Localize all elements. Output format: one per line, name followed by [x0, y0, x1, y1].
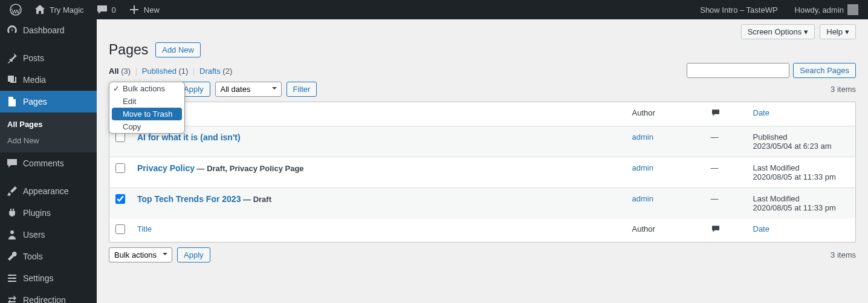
show-intro[interactable]: Show Intro – TasteWP	[695, 5, 782, 15]
dashboard-icon	[6, 24, 18, 36]
my-account[interactable]: Howdy, admin	[790, 4, 863, 15]
menu-tools[interactable]: Tools	[0, 246, 97, 267]
row-title-link[interactable]: AI for what it is (and isn't)	[137, 132, 241, 142]
menu-posts[interactable]: Posts	[0, 47, 97, 69]
row-date: Last Modified2020/08/05 at 11:33 pm	[747, 188, 856, 219]
help-button[interactable]: Help ▾	[820, 24, 856, 39]
col-comments-foot[interactable]	[705, 218, 747, 243]
menu-dashboard[interactable]: Dashboard	[0, 19, 97, 41]
try-magic-label: Try Magic	[50, 5, 84, 15]
wordpress-icon	[10, 4, 22, 16]
menu-settings[interactable]: Settings	[0, 267, 97, 289]
admin-bar: Try Magic 0 New Show Intro – TasteWP How…	[0, 0, 868, 19]
menu-plugins[interactable]: Plugins	[0, 202, 97, 224]
items-count-bottom: 3 items	[831, 250, 856, 259]
row-author-link[interactable]: admin	[632, 132, 653, 142]
row-state: — Draft, Privacy Policy Page	[195, 164, 304, 173]
menu-media[interactable]: Media	[0, 69, 97, 91]
menu-comments[interactable]: Comments	[0, 152, 97, 174]
comments-count: 0	[112, 5, 116, 15]
search-pages-button[interactable]: Search Pages	[793, 63, 856, 78]
row-author-link[interactable]: admin	[632, 194, 653, 203]
table-row: Privacy Policy — Draft, Privacy Policy P…	[109, 157, 856, 188]
brush-icon	[6, 185, 18, 197]
bulk-actions-bottom[interactable]: Bulk actions	[109, 247, 172, 262]
pages-table: Title Author Date AI for what it is (and…	[109, 102, 856, 243]
col-title[interactable]: Title	[131, 102, 626, 126]
bulk-actions-dropdown-open: Bulk actions Edit Move to Trash Copy	[109, 82, 185, 134]
sliders-icon	[6, 272, 18, 284]
filter-published[interactable]: Published	[142, 67, 177, 76]
row-title-link[interactable]: Top Tech Trends For 2023	[137, 194, 241, 204]
svg-point-1	[10, 230, 14, 234]
svg-point-3	[13, 278, 15, 279]
date-filter[interactable]: All dates	[215, 82, 282, 97]
row-date: Last Modified2020/08/05 at 11:33 pm	[747, 157, 856, 188]
comment-icon	[711, 224, 721, 233]
svg-point-2	[10, 275, 11, 276]
screen-options-button[interactable]: Screen Options ▾	[741, 24, 815, 39]
media-icon	[6, 74, 18, 86]
wp-logo[interactable]	[5, 4, 27, 16]
table-row: Top Tech Trends For 2023 — Draft admin —…	[109, 188, 856, 219]
menu-appearance[interactable]: Appearance	[0, 180, 97, 202]
select-all-bottom[interactable]	[115, 224, 125, 234]
col-author: Author	[626, 102, 705, 126]
items-count-top: 3 items	[831, 85, 856, 94]
plus-icon	[128, 4, 140, 16]
page-title: Pages	[109, 42, 148, 58]
col-author-foot: Author	[626, 218, 705, 243]
bulk-option-copy[interactable]: Copy	[109, 120, 184, 133]
site-home[interactable]: Try Magic	[29, 4, 89, 16]
search-input[interactable]	[687, 63, 789, 78]
redirect-icon	[6, 294, 18, 303]
howdy-label: Howdy, admin	[795, 5, 844, 15]
table-row: AI for what it is (and isn't) admin — Pu…	[109, 126, 856, 157]
chevron-down-icon: ▾	[804, 27, 808, 36]
col-title-foot[interactable]: Title	[131, 218, 626, 243]
submenu-add-new[interactable]: Add New	[0, 132, 97, 149]
home-icon	[34, 4, 46, 16]
add-new-button[interactable]: Add New	[155, 42, 201, 57]
svg-point-4	[10, 281, 11, 282]
comment-icon	[96, 4, 108, 16]
row-checkbox[interactable]	[115, 163, 125, 173]
row-title-link[interactable]: Privacy Policy	[137, 163, 195, 173]
new-content[interactable]: New	[123, 4, 164, 16]
row-state: — Draft	[241, 195, 271, 204]
row-comments: —	[705, 157, 747, 188]
submenu-all-pages[interactable]: All Pages	[0, 116, 97, 132]
plug-icon	[6, 207, 18, 219]
filter-drafts[interactable]: Drafts	[199, 67, 221, 76]
admin-menu: Dashboard Posts Media Pages All Pages Ad…	[0, 19, 97, 303]
col-date[interactable]: Date	[747, 102, 856, 126]
bulk-option-move-to-trash[interactable]: Move to Trash	[112, 108, 182, 120]
filter-button[interactable]: Filter	[287, 82, 317, 97]
filter-all[interactable]: All	[109, 67, 119, 76]
pin-icon	[6, 52, 18, 64]
chevron-down-icon: ▾	[845, 27, 849, 36]
row-author-link[interactable]: admin	[632, 163, 653, 172]
col-date-foot[interactable]: Date	[747, 218, 856, 243]
row-date: Published2023/05/04 at 6:23 am	[747, 126, 856, 157]
menu-pages[interactable]: Pages	[0, 91, 97, 112]
avatar	[847, 4, 858, 15]
comments-bubble[interactable]: 0	[91, 4, 121, 16]
col-comments[interactable]	[705, 102, 747, 126]
new-label: New	[144, 5, 160, 15]
comment-icon	[711, 108, 721, 117]
bulk-option-bulk-actions[interactable]: Bulk actions	[109, 82, 184, 95]
apply-button-bottom[interactable]: Apply	[177, 247, 210, 262]
bulk-option-edit[interactable]: Edit	[109, 95, 184, 108]
wrench-icon	[6, 250, 18, 262]
menu-users[interactable]: Users	[0, 224, 97, 246]
page-icon	[6, 96, 18, 108]
pages-submenu: All Pages Add New	[0, 112, 97, 152]
row-comments: —	[705, 126, 747, 157]
comment-icon	[6, 157, 18, 169]
menu-redirection[interactable]: Redirection	[0, 289, 97, 303]
row-checkbox[interactable]	[115, 194, 125, 204]
user-icon	[6, 229, 18, 241]
row-comments: —	[705, 188, 747, 219]
row-checkbox[interactable]	[115, 132, 125, 142]
